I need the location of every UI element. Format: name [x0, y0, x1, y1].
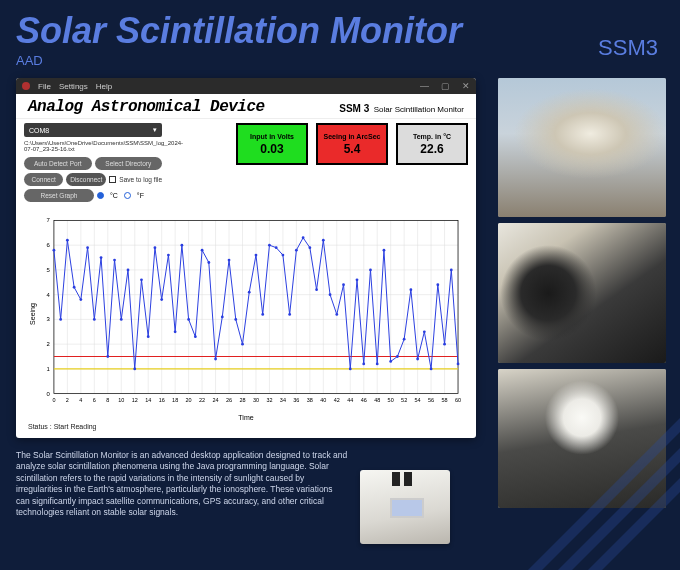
- svg-point-95: [147, 335, 150, 338]
- svg-point-115: [282, 254, 285, 257]
- svg-text:28: 28: [239, 397, 245, 403]
- svg-point-106: [221, 316, 224, 319]
- control-panel: COM8 ▾ C:\Users\Users\OneDrive\Documents…: [24, 123, 162, 202]
- menu-file[interactable]: File: [38, 82, 51, 91]
- svg-text:8: 8: [106, 397, 109, 403]
- svg-text:50: 50: [388, 397, 394, 403]
- menu-help[interactable]: Help: [96, 82, 112, 91]
- svg-point-129: [376, 363, 379, 366]
- readout-temp: Temp. in °C 22.6: [396, 123, 468, 165]
- telescope-photo-1: [498, 78, 666, 217]
- readout-seeing-value: 5.4: [344, 142, 361, 156]
- svg-point-88: [100, 256, 103, 259]
- svg-text:48: 48: [374, 397, 380, 403]
- maximize-icon[interactable]: ▢: [441, 81, 450, 91]
- svg-text:4: 4: [79, 397, 82, 403]
- reset-graph-button[interactable]: Reset Graph: [24, 189, 94, 202]
- status-value: Start Reading: [54, 423, 97, 430]
- readout-seeing-label: Seeing in ArcSec: [324, 133, 381, 140]
- menu-settings[interactable]: Settings: [59, 82, 88, 91]
- svg-text:10: 10: [118, 397, 124, 403]
- svg-point-82: [59, 318, 62, 321]
- svg-point-133: [403, 338, 406, 341]
- chart: Seeing 012345670246810121416182022242628…: [36, 214, 464, 414]
- svg-point-105: [214, 358, 217, 361]
- svg-text:60: 60: [455, 397, 461, 403]
- svg-point-120: [315, 288, 318, 291]
- close-icon[interactable]: ✕: [462, 81, 470, 91]
- radio-celsius-label: °C: [110, 192, 118, 199]
- svg-point-87: [93, 318, 96, 321]
- svg-text:52: 52: [401, 397, 407, 403]
- com-port-value: COM8: [29, 127, 49, 134]
- disconnect-button[interactable]: Disconnect: [66, 173, 106, 186]
- com-port-select[interactable]: COM8 ▾: [24, 123, 162, 137]
- readout-seeing: Seeing in ArcSec 5.4: [316, 123, 388, 165]
- svg-text:58: 58: [442, 397, 448, 403]
- app-header: Analog Astronomical Device SSM 3 Solar S…: [16, 94, 476, 119]
- svg-text:1: 1: [47, 366, 51, 372]
- svg-point-136: [423, 330, 426, 333]
- svg-point-134: [409, 288, 412, 291]
- svg-point-89: [106, 355, 109, 358]
- select-directory-button[interactable]: Select Directory: [95, 157, 163, 170]
- svg-text:30: 30: [253, 397, 259, 403]
- radio-celsius-icon[interactable]: [97, 192, 104, 199]
- svg-point-113: [268, 244, 271, 247]
- app-title: Analog Astronomical Device: [28, 98, 265, 116]
- svg-point-107: [228, 259, 231, 262]
- svg-point-101: [187, 318, 190, 321]
- svg-text:24: 24: [213, 397, 219, 403]
- readout-volts-value: 0.03: [260, 142, 283, 156]
- svg-point-119: [308, 246, 311, 249]
- readout-volts-label: Input in Volts: [250, 133, 294, 140]
- svg-point-83: [66, 239, 69, 242]
- svg-point-131: [389, 360, 392, 363]
- svg-point-93: [133, 367, 136, 370]
- save-log-checkbox[interactable]: Save to log file: [109, 173, 162, 186]
- svg-text:2: 2: [66, 397, 69, 403]
- svg-point-94: [140, 278, 143, 281]
- svg-point-81: [53, 249, 56, 252]
- svg-text:3: 3: [47, 316, 51, 322]
- model-badge: SSM3: [598, 35, 658, 61]
- svg-point-114: [275, 246, 278, 249]
- svg-point-141: [457, 363, 460, 366]
- minimize-icon[interactable]: —: [420, 81, 429, 91]
- svg-point-140: [450, 269, 453, 272]
- svg-text:0: 0: [52, 397, 55, 403]
- svg-text:22: 22: [199, 397, 205, 403]
- svg-point-104: [207, 261, 210, 264]
- svg-text:2: 2: [47, 341, 51, 347]
- page-title: Solar Scintillation Monitor: [16, 10, 462, 52]
- svg-text:36: 36: [293, 397, 299, 403]
- svg-point-139: [443, 343, 446, 346]
- readout-temp-label: Temp. in °C: [413, 133, 451, 140]
- svg-text:42: 42: [334, 397, 340, 403]
- auto-detect-button[interactable]: Auto Detect Port: [24, 157, 92, 170]
- temp-unit-radio[interactable]: °C °F: [97, 189, 144, 202]
- svg-point-92: [127, 269, 130, 272]
- radio-fahrenheit-icon[interactable]: [124, 192, 131, 199]
- svg-text:12: 12: [132, 397, 138, 403]
- readout-temp-value: 22.6: [420, 142, 443, 156]
- window-titlebar: File Settings Help — ▢ ✕: [16, 78, 476, 94]
- chart-svg: 0123456702468101214161820222426283032343…: [36, 214, 464, 414]
- connect-button[interactable]: Connect: [24, 173, 63, 186]
- svg-text:54: 54: [415, 397, 421, 403]
- x-axis-label: Time: [16, 414, 476, 421]
- device-photo: [360, 470, 450, 544]
- svg-point-96: [154, 246, 157, 249]
- svg-point-128: [369, 269, 372, 272]
- readout-volts: Input in Volts 0.03: [236, 123, 308, 165]
- svg-point-84: [73, 286, 76, 289]
- telescope-photo-3: [498, 369, 666, 508]
- svg-point-125: [349, 367, 352, 370]
- svg-point-90: [113, 259, 116, 262]
- svg-text:40: 40: [320, 397, 326, 403]
- svg-point-137: [430, 367, 433, 370]
- svg-text:0: 0: [47, 391, 51, 397]
- svg-point-126: [356, 278, 359, 281]
- svg-text:56: 56: [428, 397, 434, 403]
- log-path: C:\Users\Users\OneDrive\Documents\SSM\SS…: [24, 140, 162, 154]
